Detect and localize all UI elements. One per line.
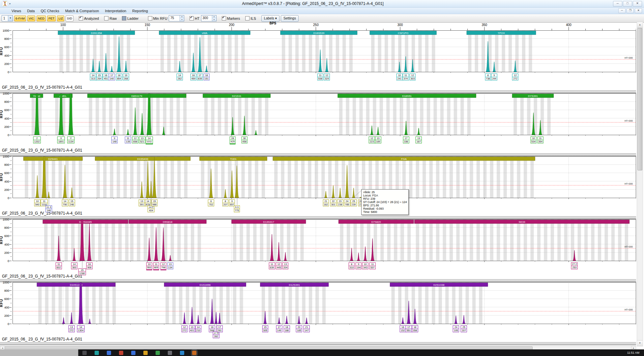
- peak-allele-18[interactable]: [205, 66, 208, 72]
- peak-allele-11[interactable]: [270, 234, 274, 261]
- peak-label-14[interactable]: 141011: [146, 136, 153, 144]
- dye-button-pet[interactable]: PET: [47, 15, 56, 21]
- menu-item-views[interactable]: Views: [9, 8, 24, 14]
- peak-label-25[interactable]: 25239: [351, 199, 357, 206]
- peak-allele-21[interactable]: [305, 317, 308, 324]
- dye-button-sid[interactable]: SID: [66, 15, 73, 21]
- peak-label-22[interactable]: 22301: [330, 199, 337, 206]
- peak-label-12[interactable]: 12272: [512, 74, 518, 80]
- peak-label-13[interactable]: 13521: [139, 136, 145, 143]
- peak-label-16[interactable]: 16459: [190, 74, 196, 80]
- plot-4[interactable]: HT=300D22S1045D5S818D13S317D7S820SE33: [13, 219, 636, 262]
- peak-label-13[interactable]: 13204: [282, 262, 289, 269]
- peak-label-17[interactable]: 17835: [197, 74, 203, 80]
- peak-label-15[interactable]: 15264: [96, 74, 102, 80]
- peak-label-8[interactable]: 8738: [485, 74, 491, 80]
- peak-label-Y[interactable]: Y1134: [67, 136, 74, 143]
- dye-button-liz[interactable]: LIZ: [57, 15, 64, 21]
- peak-label-11[interactable]: 11602: [56, 262, 62, 269]
- panel-splitter[interactable]: [0, 342, 636, 345]
- scroll-up-arrow-icon[interactable]: ▲: [637, 22, 643, 28]
- dye-button-6-fam[interactable]: 6-FAM: [14, 15, 26, 21]
- peak-label-16[interactable]: 16451: [103, 74, 109, 80]
- peak-label-17[interactable]: 17336: [403, 136, 409, 143]
- quick-access-arrow-icon[interactable]: ▾: [9, 2, 11, 5]
- ladder-checkbox-box[interactable]: [122, 16, 126, 20]
- mdi-close-button[interactable]: ✕: [635, 8, 642, 13]
- peak-label-15[interactable]: 15986: [151, 199, 158, 206]
- peak-label-8[interactable]: 8207: [222, 199, 229, 206]
- menu-item-qc-checks[interactable]: QC Checks: [38, 8, 62, 14]
- peak-allele-9[interactable]: [113, 129, 116, 135]
- peak-label-14[interactable]: 14313: [90, 74, 96, 80]
- peak-label-11[interactable]: 11135: [125, 136, 131, 143]
- peak-label-11[interactable]: 11538: [317, 74, 323, 80]
- peak-label-16[interactable]: 16152: [400, 325, 406, 332]
- peak-label-18[interactable]: 18186: [284, 325, 290, 332]
- taskbar-icon[interactable]: [180, 351, 184, 355]
- peak-allele-22[interactable]: [332, 185, 335, 198]
- peak-allele-19[interactable]: [417, 128, 420, 135]
- peak-allele-9[interactable]: [357, 253, 360, 261]
- taskbar-icon[interactable]: [156, 351, 160, 355]
- plot-3[interactable]: HT=300D2S441D19S433TH01FGA: [13, 156, 636, 199]
- menu-item-match-comparison[interactable]: Match & Comparison: [62, 8, 102, 14]
- panel-splitter[interactable]: [0, 216, 636, 219]
- markers-checkbox-box[interactable]: [222, 16, 226, 20]
- peak-label-15[interactable]: 15305: [262, 325, 268, 332]
- taskbar-icon[interactable]: [82, 351, 87, 355]
- peak-label-17[interactable]: 17140: [109, 74, 115, 80]
- taskbar-icon[interactable]: [143, 351, 148, 355]
- menu-item-reporting[interactable]: Reporting: [129, 8, 151, 14]
- mdi-restore-button[interactable]: ❐: [627, 8, 634, 13]
- peak-label-14[interactable]: 14790: [62, 199, 68, 206]
- taskbar-icon[interactable]: [192, 351, 196, 355]
- peak-label-13[interactable]: 13272: [69, 325, 75, 332]
- peak-label-15[interactable]: 15246: [69, 199, 75, 206]
- mdi-minimize-button[interactable]: ─: [618, 8, 626, 13]
- peak-label-19[interactable]: 19268: [123, 74, 129, 80]
- peak-label-18[interactable]: 18358: [412, 325, 418, 332]
- close-button[interactable]: ✕: [633, 1, 642, 7]
- markers-checkbox[interactable]: Markers: [222, 16, 240, 20]
- peak-label-12[interactable]: 12329: [324, 74, 330, 80]
- vertical-scroll-thumb[interactable]: [637, 28, 642, 170]
- peak-label-28[interactable]: 28425: [230, 136, 236, 144]
- peak-allele-12[interactable]: [277, 242, 281, 261]
- plot-5[interactable]: HT=300D10S1248D1S1656D12S391D2S1338: [13, 282, 636, 325]
- analyzed-checkbox-box[interactable]: [79, 16, 83, 20]
- peak-label-11.3[interactable]: 11.3146: [45, 205, 52, 212]
- scroll-down-arrow-icon[interactable]: ▼: [637, 340, 643, 346]
- peak-allele-8[interactable]: [350, 248, 353, 261]
- peak-label-12[interactable]: 12223: [369, 136, 375, 143]
- taskbar-icon[interactable]: [95, 351, 99, 355]
- peak-label-18[interactable]: 18854: [116, 74, 122, 80]
- minimize-button[interactable]: ─: [613, 1, 622, 7]
- peak-label-19[interactable]: 19167: [416, 136, 422, 143]
- peak-label-17.3[interactable]: 17.3282: [213, 331, 220, 338]
- peak-label-11[interactable]: 11805: [153, 262, 159, 270]
- panel-splitter[interactable]: [0, 90, 636, 93]
- peak[interactable]: [62, 317, 65, 324]
- peak-label-24[interactable]: 24195: [453, 325, 459, 332]
- taskbar-icon[interactable]: [107, 351, 111, 355]
- peak-label-10[interactable]: 10241: [396, 74, 403, 80]
- peak-label-10[interactable]: 10540: [34, 199, 41, 206]
- peak-label-25[interactable]: 25207: [461, 325, 467, 332]
- peak-label-9[interactable]: 9194: [356, 262, 362, 269]
- analyzed-checkbox[interactable]: Analyzed: [79, 16, 99, 20]
- peak-allele-13[interactable]: [376, 127, 379, 135]
- peak-label-11[interactable]: 11374: [403, 74, 409, 80]
- labels-button[interactable]: Labels ▾: [261, 15, 279, 22]
- dye-button-vic[interactable]: VIC: [27, 15, 35, 21]
- plot-count-combo[interactable]: 1▼: [2, 15, 13, 21]
- peak-label-11[interactable]: 11537: [369, 262, 376, 269]
- peak-label-17[interactable]: 17551: [406, 325, 412, 332]
- peak-label-14[interactable]: 14262: [177, 74, 183, 80]
- peak-label-12[interactable]: 12445: [276, 262, 282, 269]
- peak-label-12[interactable]: 12272: [181, 325, 188, 332]
- vertical-scrollbar[interactable]: ▲ ▼: [637, 22, 643, 346]
- peak-label-13[interactable]: 13134: [167, 262, 173, 269]
- taskbar-icon[interactable]: [168, 351, 172, 355]
- peak-label-2[interactable]: 21202: [33, 136, 41, 143]
